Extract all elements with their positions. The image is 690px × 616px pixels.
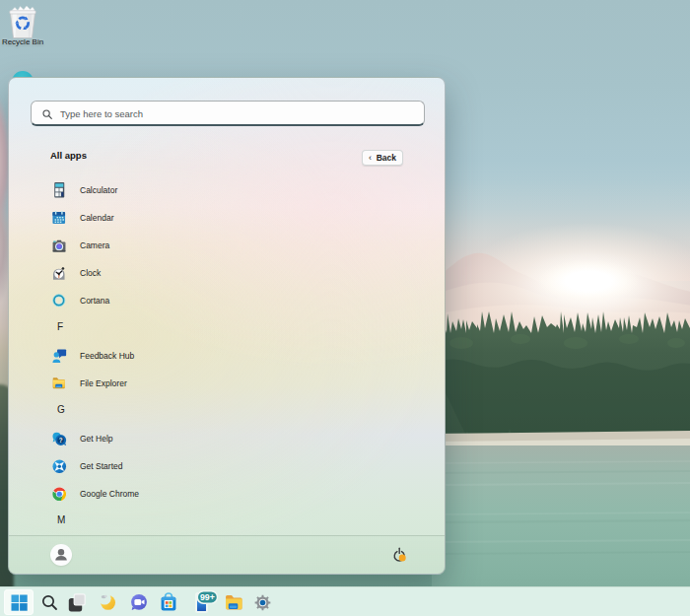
svg-text:99+: 99+ [200,592,215,602]
svg-text:?: ? [59,436,63,443]
